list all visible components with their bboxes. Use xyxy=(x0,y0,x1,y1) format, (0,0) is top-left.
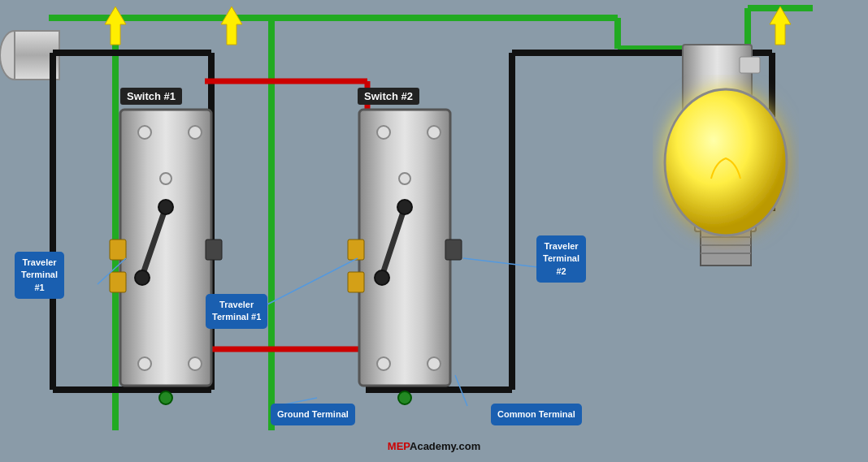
traveler-terminal-1-mid-label: TravelerTerminal #1 xyxy=(206,294,267,329)
svg-point-25 xyxy=(160,173,171,184)
svg-rect-35 xyxy=(359,110,450,386)
svg-rect-51 xyxy=(683,45,752,158)
svg-point-38 xyxy=(399,173,410,184)
svg-point-30 xyxy=(135,270,150,285)
svg-point-23 xyxy=(138,126,151,139)
svg-marker-48 xyxy=(105,6,126,45)
watermark: MEPAcademy.com xyxy=(388,440,480,452)
watermark-academy: Academy.com xyxy=(410,440,480,452)
svg-point-47 xyxy=(398,391,411,404)
wiring-diagram xyxy=(0,0,868,462)
svg-point-60 xyxy=(665,89,787,235)
svg-rect-53 xyxy=(695,207,756,231)
switch2-label: Switch #2 xyxy=(358,88,419,105)
svg-point-36 xyxy=(377,126,390,139)
svg-marker-50 xyxy=(770,6,791,45)
svg-point-46 xyxy=(427,357,441,370)
svg-point-44 xyxy=(397,200,412,214)
svg-line-29 xyxy=(142,207,166,276)
svg-rect-1 xyxy=(15,31,59,80)
svg-rect-52 xyxy=(740,57,760,73)
svg-rect-21 xyxy=(729,209,742,216)
common-terminal-label: Common Terminal xyxy=(491,404,582,425)
svg-point-37 xyxy=(427,126,441,139)
svg-point-34 xyxy=(159,391,172,404)
svg-point-32 xyxy=(138,357,151,370)
svg-point-45 xyxy=(377,357,390,370)
svg-rect-22 xyxy=(120,110,211,386)
svg-line-65 xyxy=(455,375,467,406)
traveler-terminal-1-left-label: TravelerTerminal#1 xyxy=(15,252,64,299)
svg-line-42 xyxy=(382,207,405,276)
watermark-mep: MEP xyxy=(388,440,410,452)
svg-rect-28 xyxy=(206,240,222,260)
svg-line-63 xyxy=(463,258,545,268)
svg-rect-40 xyxy=(348,272,364,292)
svg-point-31 xyxy=(158,200,173,214)
svg-point-24 xyxy=(189,126,202,139)
svg-rect-39 xyxy=(348,240,364,260)
ground-terminal-label: Ground Terminal xyxy=(271,404,355,425)
svg-rect-26 xyxy=(110,240,126,260)
svg-rect-55 xyxy=(701,229,751,266)
svg-point-0 xyxy=(0,31,29,80)
svg-rect-54 xyxy=(695,207,756,231)
svg-marker-49 xyxy=(221,6,242,45)
svg-point-59 xyxy=(665,89,787,235)
svg-point-33 xyxy=(189,357,202,370)
diagram-container: Switch #1 Switch #2 TravelerTerminal#1 T… xyxy=(0,0,868,462)
svg-rect-27 xyxy=(110,272,126,292)
svg-rect-41 xyxy=(445,240,462,260)
traveler-terminal-2-label: TravelerTerminal#2 xyxy=(536,235,586,283)
switch1-label: Switch #1 xyxy=(120,88,182,105)
svg-line-61 xyxy=(98,258,126,284)
svg-point-43 xyxy=(375,270,389,285)
